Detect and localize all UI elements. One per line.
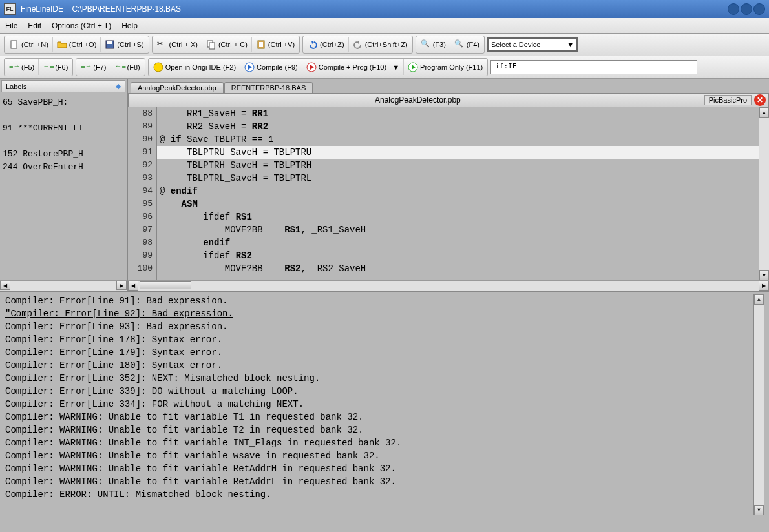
compile-prog-button[interactable]: Compile + Prog (F10)▼ (302, 59, 404, 75)
scroll-left-icon[interactable]: ◀ (0, 281, 10, 290)
if-input[interactable]: if:IF (490, 60, 697, 74)
sidebar-content[interactable]: 65 SavePBP_H: 91 ***CURRENT LI 152 Resto… (0, 94, 127, 280)
maximize-button[interactable] (741, 3, 752, 15)
code-line[interactable]: ifdef RS1 (157, 210, 759, 223)
play-red-icon (306, 62, 317, 72)
redo-icon (353, 39, 363, 50)
code-line[interactable]: TBLPTRL_SaveH = TBLPTRL (157, 172, 759, 185)
scroll-down-icon[interactable]: ▼ (759, 270, 769, 280)
open-origi-ide-button[interactable]: Open in Origi IDE (F2) (149, 59, 240, 75)
copy-icon (206, 39, 216, 50)
outdent-icon: ←≡ (43, 62, 53, 72)
output-vscroll[interactable]: ▲ ▼ (753, 294, 764, 515)
sidebar-label-line[interactable]: 244 OverReEnterH (3, 161, 124, 174)
menu-options[interactable]: Options (Ctrl + T) (52, 21, 111, 30)
f5-button[interactable]: ≡→(F5) (5, 59, 39, 75)
scissors-icon: ✂ (157, 39, 167, 50)
code-line[interactable]: @ if Save_TBLPTR == 1 (157, 133, 759, 146)
close-button[interactable] (753, 3, 765, 15)
find-next-button[interactable]: 🔍(F4) (450, 37, 483, 52)
line-gutter: 888990919293949596979899100 (128, 107, 157, 280)
menu-help[interactable]: Help (121, 21, 138, 30)
code-line[interactable]: TBLPTRH_SaveH = TBLPTRH (157, 159, 759, 172)
editor-hscroll[interactable]: ◀ ▶ (128, 280, 769, 291)
minimize-button[interactable] (728, 3, 739, 15)
output-line[interactable]: Compiler: Error[Line 179]: Syntax error. (5, 346, 753, 359)
output-line[interactable]: Compiler: Error[Line 93]: Bad expression… (5, 320, 753, 333)
code-line[interactable]: TBLPTRU_SaveH = TBLPTRU (157, 146, 759, 159)
tab[interactable]: AnalogPeakDetector.pbp (131, 82, 224, 93)
compile-button[interactable]: Compile (F9) (240, 59, 302, 75)
output-line[interactable]: Compiler: Error[Line 178]: Syntax error. (5, 333, 753, 346)
output-text[interactable]: Compiler: Error[Line 91]: Bad expression… (5, 294, 753, 515)
device-select[interactable]: Select a Device▼ (487, 37, 578, 52)
dropdown-icon[interactable]: ▼ (392, 63, 399, 71)
scroll-left-icon[interactable]: ◀ (128, 281, 138, 291)
editor-vscroll[interactable]: ▲ ▼ (759, 107, 769, 280)
code-line[interactable]: ASM (157, 198, 759, 210)
svg-rect-6 (259, 42, 263, 47)
code-line[interactable]: MOVE?BB RS2, RS2 SaveH (157, 262, 759, 275)
scroll-thumb[interactable] (140, 281, 191, 289)
scroll-up-icon[interactable]: ▲ (759, 107, 769, 118)
code-line[interactable]: ifdef RS2 (157, 249, 759, 262)
code-line[interactable]: RR2_SaveH = RR2 (157, 120, 759, 133)
output-line[interactable]: Compiler: Error[Line 91]: Bad expression… (5, 294, 753, 307)
scroll-right-icon[interactable]: ▶ (759, 281, 769, 291)
menu-file[interactable]: File (5, 21, 17, 30)
output-line[interactable]: Compiler: Error[Line 352]: NEXT: Mismatc… (5, 372, 753, 385)
paste-button[interactable]: (Ctrl +V) (252, 37, 299, 52)
menu-edit[interactable]: Edit (28, 21, 41, 30)
dropdown-icon: ▼ (567, 41, 574, 48)
output-line[interactable]: Compiler: ERROR: UNTIL: Mismatched block… (5, 488, 753, 501)
save-button[interactable]: (Ctrl +S) (101, 37, 147, 52)
program-only-button[interactable]: Program Only (F11) (404, 59, 487, 75)
output-line[interactable]: Compiler: WARNING: Unable to fit variabl… (5, 475, 753, 488)
sidebar-label-line[interactable]: 91 ***CURRENT LI (3, 122, 124, 135)
output-line[interactable]: Compiler: Error[Line 180]: Syntax error. (5, 359, 753, 372)
redo-button[interactable]: (Ctrl+Shift+Z) (349, 37, 412, 52)
save-icon (105, 39, 115, 50)
scroll-down-icon[interactable]: ▼ (754, 505, 764, 515)
cut-button[interactable]: ✂(Ctrl + X) (153, 37, 202, 52)
close-tab-button[interactable]: ✕ (754, 94, 766, 106)
sidebar-label-line[interactable]: 152 RestorePBP_H (3, 148, 124, 161)
code-line[interactable]: RR1_SaveH = RR1 (157, 107, 759, 120)
sidebar-label-line[interactable] (3, 109, 124, 122)
editor-area: AnalogPeakDetector.pbpREENTERPBP-18.BAS … (128, 79, 769, 291)
output-line[interactable]: Compiler: Error[Line 334]: FOR without a… (5, 398, 753, 411)
code-line[interactable]: @ endif (157, 185, 759, 198)
menubar: File Edit Options (Ctrl + T) Help (0, 18, 769, 34)
lang-selector[interactable]: PicBasicPro (704, 95, 752, 105)
sidebar-label-line[interactable] (3, 135, 124, 148)
find-button[interactable]: 🔍(F3) (417, 37, 450, 52)
sidebar-labels-dropdown[interactable]: Labels ◆ (1, 80, 125, 92)
new-button[interactable]: (Ctrl +N) (5, 37, 53, 52)
code-line[interactable]: endif (157, 236, 759, 249)
sidebar-label-line[interactable]: 65 SavePBP_H: (3, 96, 124, 109)
output-line[interactable]: "Compiler: Error[Line 92]: Bad expressio… (5, 307, 753, 320)
sidebar-hscroll[interactable]: ◀ ▶ (0, 280, 127, 291)
tab[interactable]: REENTERPBP-18.BAS (224, 82, 313, 93)
f8-button[interactable]: ←≡(F8) (111, 59, 144, 75)
output-line[interactable]: Compiler: WARNING: Unable to fit variabl… (5, 424, 753, 436)
copy-button[interactable]: (Ctrl + C) (202, 37, 252, 52)
play-green-icon (408, 62, 418, 72)
new-file-icon (9, 39, 19, 50)
f7-button[interactable]: ≡→(F7) (77, 59, 111, 75)
output-line[interactable]: Compiler: WARNING: Unable to fit variabl… (5, 462, 753, 475)
undo-button[interactable]: (Ctrl+Z) (304, 37, 349, 52)
toolbar-row-1: (Ctrl +N) (Ctrl +O) (Ctrl +S) ✂(Ctrl + X… (0, 34, 769, 56)
output-line[interactable]: Compiler: Error[Line 339]: DO without a … (5, 385, 753, 398)
output-line[interactable]: Compiler: WARNING: Unable to fit variabl… (5, 449, 753, 462)
diamond-icon: ◆ (116, 82, 121, 90)
code-editor[interactable]: RR1_SaveH = RR1 RR2_SaveH = RR2@ if Save… (157, 107, 759, 280)
sidebar: Labels ◆ 65 SavePBP_H: 91 ***CURRENT LI … (0, 79, 128, 291)
scroll-right-icon[interactable]: ▶ (116, 281, 127, 290)
open-button[interactable]: (Ctrl +O) (53, 37, 101, 52)
output-line[interactable]: Compiler: WARNING: Unable to fit variabl… (5, 436, 753, 449)
f6-button[interactable]: ←≡(F6) (39, 59, 72, 75)
scroll-up-icon[interactable]: ▲ (754, 294, 764, 305)
output-line[interactable]: Compiler: WARNING: Unable to fit variabl… (5, 411, 753, 424)
code-line[interactable]: MOVE?BB RS1, _RS1_SaveH (157, 223, 759, 236)
